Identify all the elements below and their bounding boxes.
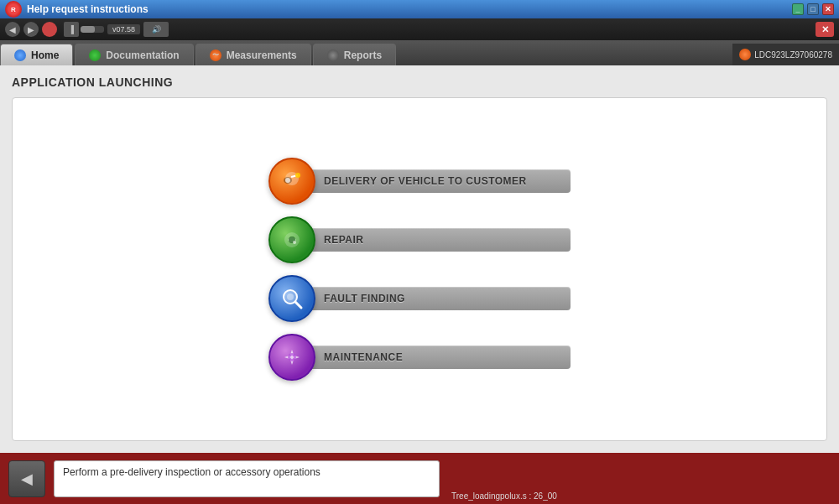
page-title: APPLICATION LAUNCHING: [12, 75, 827, 89]
close-button[interactable]: ✕: [822, 3, 834, 15]
maximize-button[interactable]: □: [807, 3, 819, 15]
app-item-fault[interactable]: FAULT FINDING: [268, 275, 571, 322]
home-tab-icon: [14, 49, 26, 61]
svg-point-10: [287, 294, 294, 300]
title-bar: R Help request instructions _ □ ✕: [0, 0, 839, 18]
info-text: Perform a pre-delivery inspection or acc…: [63, 466, 320, 478]
sys-right: ✕: [816, 22, 834, 37]
fault-icon: [268, 275, 315, 322]
svg-point-12: [290, 356, 294, 359]
main-content: APPLICATION LAUNCHING DELIVERY OF VEHICL…: [0, 65, 839, 453]
svg-line-9: [295, 302, 301, 308]
content-panel: DELIVERY OF VEHICLE TO CUSTOMER REPAIR: [12, 97, 827, 441]
back-arrow-icon: ◀: [21, 470, 33, 488]
speaker-icon: 🔊: [143, 22, 169, 37]
version-label: v07.58: [107, 24, 140, 34]
tab-documentation[interactable]: Documentation: [75, 44, 193, 65]
repair-label: REPAIR: [324, 234, 363, 246]
maintenance-label-bar: MAINTENANCE: [310, 346, 571, 369]
fault-label: FAULT FINDING: [324, 293, 405, 304]
meas-tab-icon: 〜: [210, 49, 221, 61]
tab-meas-label: Measurements: [227, 49, 297, 61]
svg-point-2: [285, 178, 290, 183]
fault-label-bar: FAULT FINDING: [310, 287, 571, 310]
sys-left: ◀ ▶ ▐ v07.58 🔊: [5, 22, 169, 37]
nav-right-label: LDC923LZ97060278: [754, 50, 832, 60]
forward-icon[interactable]: ▶: [23, 22, 39, 37]
tab-home-label: Home: [31, 49, 59, 61]
maint-svg: [279, 345, 305, 370]
maintenance-icon: [268, 334, 315, 381]
repair-icon: [268, 216, 315, 263]
delivery-svg: [279, 169, 305, 194]
status-text: Tree_loadingpolux.s : 26_00: [451, 491, 557, 504]
info-box: Perform a pre-delivery inspection or acc…: [54, 460, 440, 497]
svg-point-4: [295, 173, 300, 178]
tab-home[interactable]: Home: [0, 44, 73, 65]
fault-svg: [279, 286, 305, 311]
stop-icon[interactable]: [42, 22, 57, 37]
minimize-button[interactable]: _: [792, 3, 804, 15]
bottom-bar: ◀ Perform a pre-delivery inspection or a…: [0, 453, 839, 504]
back-button[interactable]: ◀: [8, 460, 45, 497]
svg-point-7: [293, 241, 296, 244]
nav-bar: Home Documentation 〜 Measurements Report…: [0, 40, 839, 65]
tab-reports[interactable]: Reports: [313, 44, 396, 65]
window-controls: _ □ ✕: [792, 3, 834, 15]
delivery-label-bar: DELIVERY OF VEHICLE TO CUSTOMER: [310, 169, 571, 193]
delivery-icon: [268, 158, 315, 205]
doc-tab-icon: [89, 49, 101, 61]
app-logo: R: [5, 1, 22, 18]
sys-close-button[interactable]: ✕: [816, 22, 834, 37]
rep-tab-icon: [327, 49, 339, 61]
nav-right-icon: [739, 49, 751, 60]
app-item-repair[interactable]: REPAIR: [268, 216, 571, 263]
volume-bar: [81, 26, 104, 33]
app-item-delivery[interactable]: DELIVERY OF VEHICLE TO CUSTOMER: [268, 158, 571, 205]
app-item-maintenance[interactable]: MAINTENANCE: [268, 334, 571, 381]
back-icon[interactable]: ◀: [5, 22, 20, 37]
tab-measurements[interactable]: 〜 Measurements: [195, 44, 311, 65]
system-bar: ◀ ▶ ▐ v07.58 🔊 ✕: [0, 18, 839, 40]
nav-right-info: LDC923LZ97060278: [732, 44, 839, 65]
title-bar-text: Help request instructions: [27, 3, 787, 15]
delivery-label: DELIVERY OF VEHICLE TO CUSTOMER: [324, 175, 527, 187]
volume-icon[interactable]: ▐: [64, 22, 79, 37]
repair-svg: [279, 227, 305, 252]
tab-doc-label: Documentation: [106, 49, 179, 61]
repair-label-bar: REPAIR: [310, 228, 571, 252]
tab-rep-label: Reports: [344, 49, 382, 61]
maintenance-label: MAINTENANCE: [324, 351, 403, 363]
